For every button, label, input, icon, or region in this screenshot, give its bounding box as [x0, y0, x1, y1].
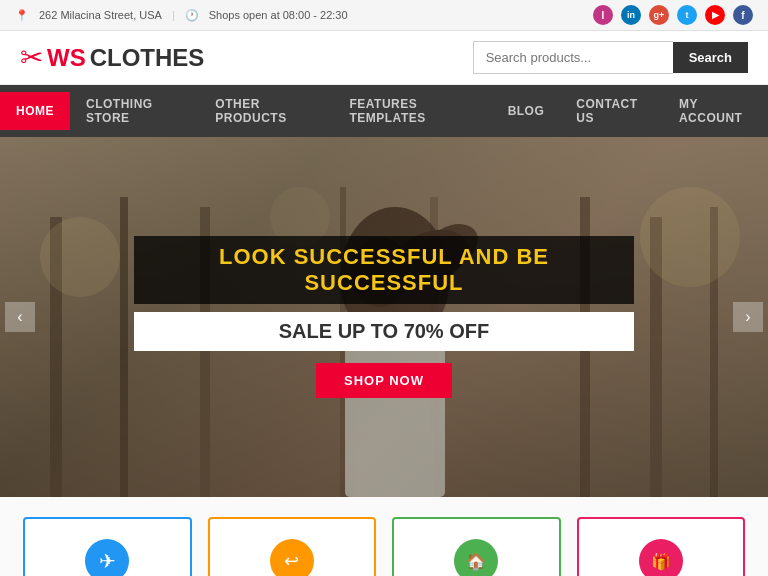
nav-item-blog[interactable]: BLOG	[492, 92, 561, 130]
youtube-icon[interactable]: ▶	[705, 5, 725, 25]
pin-icon: 📍	[15, 9, 29, 22]
instagram-icon[interactable]: I	[593, 5, 613, 25]
hero-next-arrow[interactable]: ›	[733, 302, 763, 332]
social-icons: I in g+ t ▶ f	[593, 5, 753, 25]
nav-item-account[interactable]: MY ACCOUNT	[663, 85, 768, 137]
linkedin-icon[interactable]: in	[621, 5, 641, 25]
svg-point-10	[40, 217, 120, 297]
gift-icon-wrap: 🎁	[639, 539, 683, 576]
hero-section: LOOK SUCCESSFUL AND BE SUCCESSFUL SALE U…	[0, 137, 768, 497]
address-text: 262 Milacina Street, USA	[39, 9, 162, 21]
search-bar: Search	[473, 41, 748, 74]
hero-title: LOOK SUCCESSFUL AND BE SUCCESSFUL	[154, 244, 614, 296]
shipping-icon-wrap: ✈	[85, 539, 129, 576]
features-section: ✈ Free Shipping Contrary to popular beli…	[0, 497, 768, 576]
top-bar: 📍 262 Milacina Street, USA | 🕐 Shops ope…	[0, 0, 768, 31]
hero-subtitle-bg: SALE UP TO 70% OFF	[134, 312, 634, 351]
svg-point-11	[640, 187, 740, 287]
twitter-icon[interactable]: t	[677, 5, 697, 25]
hero-content: LOOK SUCCESSFUL AND BE SUCCESSFUL SALE U…	[134, 236, 634, 398]
logo[interactable]: ✂ WS CLOTHES	[20, 41, 204, 74]
nav-item-clothing[interactable]: CLOTHING STORE	[70, 85, 199, 137]
nav-item-other[interactable]: OTHER PRODUCTS	[199, 85, 333, 137]
logo-icon: ✂	[20, 41, 43, 74]
main-nav: HOME CLOTHING STORE OTHER PRODUCTS FEATU…	[0, 85, 768, 137]
feature-home-delivery: 🏠 Free Home Delivery Contrary to popular…	[392, 517, 561, 576]
nav-item-features[interactable]: FEATURES TEMPLATES	[333, 85, 491, 137]
hero-title-bg: LOOK SUCCESSFUL AND BE SUCCESSFUL	[134, 236, 634, 304]
delivery-icon-wrap: 🏠	[454, 539, 498, 576]
svg-rect-3	[120, 197, 128, 497]
hours-text: Shops open at 08:00 - 22:30	[209, 9, 348, 21]
hero-subtitle: SALE UP TO 70% OFF	[154, 320, 614, 343]
search-input[interactable]	[473, 41, 673, 74]
logo-ws: WS	[47, 44, 86, 72]
moneyback-icon: ↩	[284, 550, 299, 572]
moneyback-icon-wrap: ↩	[270, 539, 314, 576]
search-button[interactable]: Search	[673, 42, 748, 73]
nav-item-home[interactable]: HOME	[0, 92, 70, 130]
logo-clothes: CLOTHES	[90, 44, 205, 72]
google-icon[interactable]: g+	[649, 5, 669, 25]
site-header: ✂ WS CLOTHES Search	[0, 31, 768, 85]
top-bar-info: 📍 262 Milacina Street, USA | 🕐 Shops ope…	[15, 9, 348, 22]
facebook-icon[interactable]: f	[733, 5, 753, 25]
feature-money-back: ↩ Money Back ! Contrary to popular belie…	[208, 517, 377, 576]
separator: |	[172, 9, 175, 21]
feature-free-shipping: ✈ Free Shipping Contrary to popular beli…	[23, 517, 192, 576]
gift-icon: 🎁	[651, 552, 671, 571]
feature-gift-service: 🎁 Free Gift Service Contrary to popular …	[577, 517, 746, 576]
clock-icon: 🕐	[185, 9, 199, 22]
shipping-icon: ✈	[99, 549, 116, 573]
nav-item-contact[interactable]: CONTACT US	[560, 85, 663, 137]
hero-prev-arrow[interactable]: ‹	[5, 302, 35, 332]
delivery-icon: 🏠	[466, 552, 486, 571]
shop-now-button[interactable]: SHOP NOW	[316, 363, 452, 398]
